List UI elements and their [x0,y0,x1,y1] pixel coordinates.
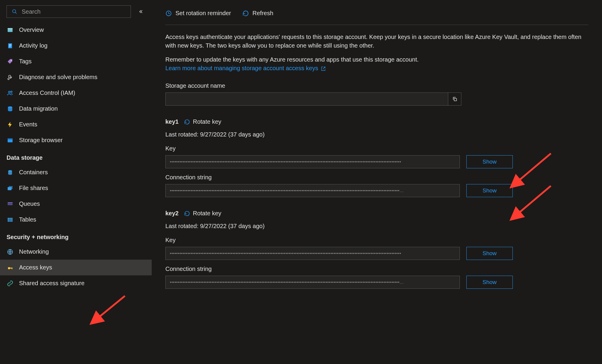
svg-point-9 [9,91,10,93]
key-value-label: Key [165,144,588,153]
sidebar-item-label: Data migration [19,104,58,113]
wrench-icon [7,74,14,81]
svg-rect-13 [8,138,13,139]
storage-account-name-input[interactable] [165,92,448,106]
section-heading-data-storage: Data storage [0,148,152,164]
sidebar-item-access-keys[interactable]: Access keys [0,260,152,275]
svg-rect-5 [9,44,11,45]
rotate-icon [184,211,190,216]
svg-line-29 [92,296,125,323]
svg-rect-19 [8,218,13,222]
section-heading-security: Security + networking [0,228,152,244]
show-connection-string-button[interactable]: Show [466,184,513,197]
set-rotation-reminder-button[interactable]: Set rotation reminder [165,9,231,18]
rotate-icon [184,119,190,125]
key-value-label: Key [165,236,588,244]
log-icon [7,42,14,49]
share-icon [7,185,14,192]
rotate-key-button[interactable]: Rotate key [184,117,222,126]
external-link-icon [321,66,326,71]
container-icon [7,169,14,176]
copy-account-name-button[interactable] [448,92,461,106]
link-icon [7,280,14,287]
svg-rect-16 [9,186,12,189]
copy-icon [452,96,457,102]
rotate-key-button[interactable]: Rotate key [184,209,222,218]
last-rotated-text: Last rotated: 9/27/2022 (37 days ago) [165,130,588,139]
sidebar-item-label: Queues [19,200,40,208]
sidebar-item-tables[interactable]: Tables [0,212,152,228]
connection-string-label: Connection string [165,173,588,182]
main-content: Set rotation reminder Refresh Access key… [152,0,602,364]
sidebar-item-label: Events [19,120,37,129]
key-name: key2 [165,209,179,218]
people-icon [7,90,14,97]
refresh-icon [242,10,249,17]
key-value-input[interactable]: ••••••••••••••••••••••••••••••••••••••••… [165,155,460,168]
svg-rect-6 [9,46,11,46]
connection-string-input[interactable]: ••••••••••••••••••••••••••••••••••••••••… [165,276,460,289]
sidebar-item-events[interactable]: Events [0,117,152,132]
intro-paragraph-2: Remember to update the keys with any Azu… [165,56,419,63]
svg-line-1 [15,12,17,14]
refresh-button[interactable]: Refresh [242,9,273,18]
sidebar-item-activity-log[interactable]: Activity log [0,38,152,54]
sidebar-item-diagnose-and-solve-problems[interactable]: Diagnose and solve problems [0,69,152,85]
queue-icon [7,200,14,208]
sidebar-item-label: Tables [19,215,36,224]
browser-icon [7,137,14,144]
sidebar-item-label: Storage browser [19,136,63,145]
connection-string-input[interactable]: ••••••••••••••••••••••••••••••••••••••••… [165,184,460,197]
refresh-label: Refresh [253,9,273,18]
svg-point-0 [12,10,16,13]
rotate-key-label: Rotate key [193,209,222,218]
show-key-button[interactable]: Show [466,155,513,168]
sidebar-item-label: Access Control (IAM) [19,89,75,97]
sidebar-item-label: Diagnose and solve problems [19,73,98,81]
rotate-key-label: Rotate key [193,117,222,126]
intro-paragraph-1: Access keys authenticate your applicatio… [165,33,588,50]
sidebar-item-queues[interactable]: Queues [0,196,152,212]
tag-icon [7,58,14,65]
sidebar: OverviewActivity logTagsDiagnose and sol… [0,0,152,364]
sidebar-item-containers[interactable]: Containers [0,164,152,180]
sidebar-item-data-migration[interactable]: Data migration [0,101,152,117]
key-name: key1 [165,117,179,126]
svg-rect-27 [12,268,12,269]
sidebar-item-networking[interactable]: Networking [0,244,152,260]
sidebar-item-label: Overview [19,26,44,34]
key-icon [7,264,14,271]
sidebar-item-label: Containers [19,168,48,177]
toolbar: Set rotation reminder Refresh [165,9,588,25]
sidebar-item-file-shares[interactable]: File shares [0,180,152,196]
clock-icon [165,10,172,17]
storage-account-name-label: Storage account name [165,81,588,90]
svg-rect-18 [8,204,13,205]
sidebar-item-shared-access-signature[interactable]: Shared access signature [0,275,152,291]
learn-more-link[interactable]: Learn more about managing storage accoun… [165,65,326,71]
show-connection-string-button[interactable]: Show [466,276,513,289]
globe-icon [7,248,14,255]
sidebar-item-tags[interactable]: Tags [0,54,152,69]
bolt-icon [7,121,14,128]
show-key-button[interactable]: Show [466,247,513,260]
sidebar-item-storage-browser[interactable]: Storage browser [0,132,152,148]
database-icon [7,105,14,112]
table-icon [7,216,14,223]
set-rotation-label: Set rotation reminder [175,9,231,18]
svg-rect-17 [8,202,13,203]
collapse-sidebar-button[interactable] [136,7,145,16]
svg-point-25 [8,267,10,269]
search-input[interactable] [7,5,131,18]
key-value-input[interactable]: ••••••••••••••••••••••••••••••••••••••••… [165,247,460,260]
sidebar-item-overview[interactable]: Overview [0,22,152,38]
intro-text: Access keys authenticate your applicatio… [165,33,588,73]
svg-rect-7 [9,46,10,47]
search-icon [11,8,18,15]
sidebar-item-label: Activity log [19,41,48,50]
window-icon [7,26,14,34]
svg-point-10 [11,91,12,92]
sidebar-item-label: Tags [19,57,32,66]
sidebar-item-access-control-iam-[interactable]: Access Control (IAM) [0,85,152,101]
sidebar-item-label: Networking [19,247,49,256]
